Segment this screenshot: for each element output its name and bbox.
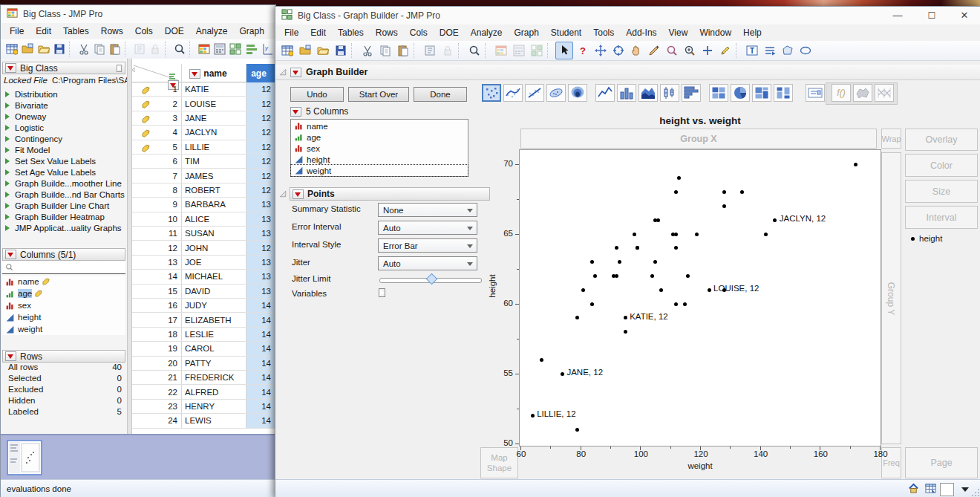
lasso-icon[interactable]: [664, 42, 680, 59]
palette-area-icon[interactable]: [638, 84, 658, 102]
drop-zone-group-x[interactable]: Group X: [520, 129, 877, 149]
tree-arrow-icon[interactable]: [5, 158, 10, 164]
data-point-judy[interactable]: [581, 288, 585, 292]
row-header[interactable]: 11: [132, 227, 182, 240]
data-point-mary[interactable]: [615, 274, 618, 278]
table-row[interactable]: 18LESLIE14: [132, 328, 276, 342]
bg-titlebar[interactable]: Big Class - JMP Pro: [1, 5, 275, 24]
script-item-graph-builder-heatmap[interactable]: Graph Builder Heatmap: [1, 211, 127, 222]
row-header[interactable]: 4: [132, 126, 182, 139]
table-row[interactable]: 5LILLIE12: [132, 140, 276, 155]
graph-builder-red-triangle[interactable]: [290, 68, 301, 77]
cut-icon[interactable]: [359, 42, 376, 59]
table-preview-icon[interactable]: [925, 483, 936, 496]
cell-age[interactable]: 12: [246, 111, 276, 125]
cell-age[interactable]: 14: [246, 414, 276, 427]
y-tick-label[interactable]: 50: [492, 438, 513, 447]
paste-icon[interactable]: [395, 42, 411, 59]
select-jitter[interactable]: Auto: [378, 256, 477, 270]
data-point-michael[interactable]: [624, 330, 627, 334]
journal-icon[interactable]: [422, 42, 438, 59]
calc-table-icon[interactable]: [511, 42, 527, 59]
row-header[interactable]: 14: [132, 270, 182, 283]
menu-edit[interactable]: Edit: [30, 25, 57, 38]
save-icon[interactable]: [52, 41, 66, 57]
cell-age[interactable]: 12: [246, 126, 276, 139]
drop-zone-page[interactable]: Page: [905, 447, 978, 478]
copy-icon[interactable]: [92, 41, 106, 57]
script-item-set-sex-value-labels[interactable]: Set Sex Value Labels: [1, 155, 127, 166]
data-point-tim[interactable]: [590, 302, 594, 306]
cell-name[interactable]: JOE: [182, 256, 246, 269]
columns-search-input[interactable]: [2, 261, 125, 274]
points-red-triangle[interactable]: [293, 189, 304, 199]
palette-heatmap-icon[interactable]: [709, 84, 728, 102]
data-point-danny[interactable]: [656, 218, 660, 222]
variables-disclosure-icon[interactable]: [379, 288, 385, 299]
menu-help[interactable]: Help: [737, 26, 768, 39]
menu-file[interactable]: File: [278, 26, 304, 39]
line-arrows-icon[interactable]: [762, 42, 778, 59]
y-tick-label[interactable]: 55: [492, 368, 513, 377]
tree-arrow-icon[interactable]: [5, 225, 10, 231]
y-chart-icon[interactable]: y: [261, 41, 275, 57]
drop-zone-size[interactable]: Size: [905, 180, 978, 203]
table-row[interactable]: 12JOHN12: [132, 241, 276, 255]
cell-name[interactable]: MICHAEL: [182, 270, 246, 283]
x-tick-label[interactable]: 80: [572, 449, 591, 458]
cell-age[interactable]: 12: [246, 183, 276, 197]
lock-icon[interactable]: [440, 42, 456, 59]
cell-name[interactable]: TIM: [182, 155, 246, 168]
cell-age[interactable]: 14: [246, 400, 276, 413]
tree-arrow-icon[interactable]: [5, 136, 10, 142]
lock-icon[interactable]: [148, 41, 163, 57]
table-row[interactable]: 21FREDERICK14: [132, 371, 276, 385]
tree-arrow-icon[interactable]: [5, 192, 10, 198]
cut-icon[interactable]: [76, 41, 91, 57]
data-point-lewis[interactable]: [615, 246, 618, 250]
table-row[interactable]: 1KATIE12: [132, 82, 276, 97]
search-icon[interactable]: [466, 42, 483, 59]
palette-formula-icon[interactable]: f(): [832, 84, 851, 102]
cell-age[interactable]: 12: [246, 82, 276, 96]
column-item-sex[interactable]: sex: [2, 299, 125, 311]
table-row[interactable]: 16JUDY14: [132, 299, 276, 313]
palette-smoother-icon[interactable]: [503, 84, 523, 102]
table-row[interactable]: 7JAMES12: [132, 169, 276, 183]
menu-doe[interactable]: DOE: [159, 25, 190, 38]
paste-icon[interactable]: [108, 41, 122, 57]
cell-age[interactable]: 14: [246, 385, 276, 398]
row-header[interactable]: 1: [132, 82, 182, 96]
menu-tables[interactable]: Tables: [332, 26, 370, 39]
menu-rows[interactable]: Rows: [370, 26, 404, 39]
cell-name[interactable]: LESLIE: [182, 328, 246, 341]
cell-age[interactable]: 12: [246, 97, 276, 110]
drop-zone-group-y[interactable]: Group Y: [881, 152, 901, 444]
row-header[interactable]: 5: [132, 140, 182, 154]
column-item-height[interactable]: height: [2, 311, 125, 323]
cell-name[interactable]: LOUISE: [182, 97, 246, 110]
cell-name[interactable]: ELIZABETH: [182, 313, 246, 326]
zoom-in-icon[interactable]: [682, 42, 698, 59]
script-item-graph-builde-moother-line[interactable]: Graph Builde...moother Line: [1, 178, 127, 189]
columns-red-triangle[interactable]: [290, 107, 301, 117]
split-table-icon[interactable]: [229, 41, 243, 57]
table-panel-header[interactable]: Big Class: [2, 62, 125, 74]
column-item-weight[interactable]: weight: [2, 323, 125, 335]
x-axis-label[interactable]: weight: [519, 461, 881, 470]
cell-age[interactable]: 12: [246, 241, 276, 254]
search-icon[interactable]: [172, 41, 186, 57]
home-icon[interactable]: [908, 483, 919, 496]
cell-age[interactable]: 14: [246, 371, 276, 384]
cell-name[interactable]: JANE: [182, 111, 246, 125]
cell-name[interactable]: JAMES: [182, 169, 246, 182]
variable-item-name[interactable]: name: [291, 120, 468, 131]
x-tick-label[interactable]: 180: [871, 449, 890, 458]
cell-name[interactable]: JUDY: [182, 299, 246, 312]
data-point-alice[interactable]: [659, 288, 663, 292]
table-row[interactable]: 6TIM12: [132, 155, 276, 169]
menu-graph[interactable]: Graph: [233, 25, 270, 38]
script-item-graph-builder-line-chart[interactable]: Graph Builder Line Chart: [1, 200, 127, 211]
row-header[interactable]: 16: [132, 299, 182, 312]
row-header[interactable]: 10: [132, 212, 182, 226]
